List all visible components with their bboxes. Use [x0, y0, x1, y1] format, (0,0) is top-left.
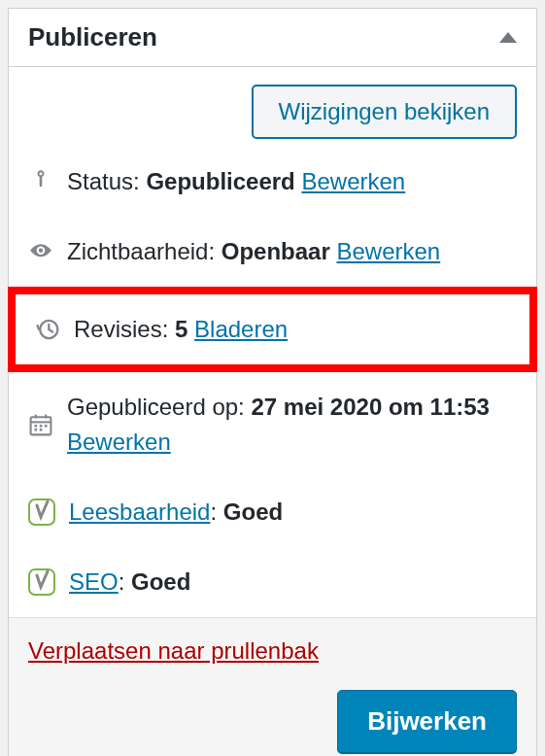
- seo-row: SEO: Goed: [9, 547, 536, 617]
- minor-actions: Wijzigingen bekijken: [9, 67, 536, 147]
- edit-visibility-link[interactable]: Bewerken: [336, 238, 440, 264]
- revisions-row: Revisies: 5 Bladeren: [16, 294, 529, 364]
- seo-text: SEO: Goed: [69, 565, 190, 600]
- edit-status-link[interactable]: Bewerken: [301, 168, 405, 194]
- published-row: Gepubliceerd op: 27 mei 2020 om 11:53 Be…: [9, 372, 536, 477]
- browse-revisions-link[interactable]: Bladeren: [194, 316, 288, 342]
- svg-rect-6: [35, 425, 38, 428]
- calendar-icon: [28, 412, 53, 437]
- publish-metabox: Publiceren Wijzigingen bekijken Status: …: [8, 8, 537, 756]
- status-text: Status: Gepubliceerd Bewerken: [67, 164, 405, 199]
- pin-icon: [28, 169, 53, 194]
- readability-text: Leesbaarheid: Goed: [69, 495, 283, 530]
- readability-row: Leesbaarheid: Goed: [9, 477, 536, 547]
- yoast-readability-icon: [28, 498, 55, 527]
- edit-date-link[interactable]: Bewerken: [67, 429, 171, 455]
- svg-rect-8: [45, 425, 48, 428]
- svg-rect-9: [35, 429, 38, 431]
- revisions-text: Revisies: 5 Bladeren: [74, 312, 288, 347]
- visibility-row: Zichtbaarheid: Openbaar Bewerken: [9, 217, 536, 287]
- svg-rect-7: [40, 425, 43, 428]
- preview-changes-button[interactable]: Wijzigingen bekijken: [252, 85, 517, 139]
- status-row: Status: Gepubliceerd Bewerken: [9, 147, 536, 217]
- history-icon: [35, 317, 60, 342]
- major-actions: Verplaatsen naar prullenbak Bijwerken: [9, 617, 536, 756]
- update-button[interactable]: Bijwerken: [337, 690, 517, 753]
- yoast-seo-icon: [28, 567, 55, 597]
- published-text: Gepubliceerd op: 27 mei 2020 om 11:53 Be…: [67, 390, 517, 460]
- visibility-text: Zichtbaarheid: Openbaar Bewerken: [67, 234, 440, 269]
- seo-link[interactable]: SEO: [69, 568, 119, 595]
- svg-rect-10: [40, 429, 43, 431]
- svg-point-0: [39, 172, 42, 175]
- panel-body: Wijzigingen bekijken Status: Gepubliceer…: [9, 67, 536, 756]
- panel-header[interactable]: Publiceren: [9, 9, 536, 67]
- collapse-toggle-icon[interactable]: [499, 32, 517, 43]
- eye-icon: [28, 239, 53, 264]
- move-to-trash-link[interactable]: Verplaatsen naar prullenbak: [28, 637, 319, 665]
- panel-title: Publiceren: [28, 22, 157, 52]
- readability-link[interactable]: Leesbaarheid: [69, 498, 210, 525]
- revisions-highlight: Revisies: 5 Bladeren: [8, 287, 537, 372]
